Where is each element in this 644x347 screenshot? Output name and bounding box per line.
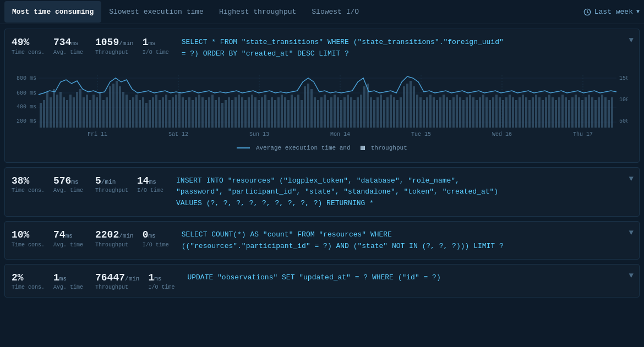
legend-square-icon (361, 146, 365, 150)
svg-rect-125 (383, 100, 385, 128)
stat-avg-time-4: 1ms Avg. time (53, 272, 86, 291)
tab-most-time-consuming[interactable]: Most time consuming (4, 1, 101, 23)
svg-rect-114 (347, 95, 349, 128)
time-filter-dropdown[interactable]: Last week ▼ (583, 8, 640, 16)
svg-rect-33 (79, 89, 81, 128)
avg-time-value-2: 576ms (53, 175, 79, 188)
avg-time-value-3: 74ms (53, 229, 73, 241)
tab-slowest-execution-time[interactable]: Slowest execution time (101, 1, 211, 23)
svg-rect-86 (254, 97, 256, 128)
svg-rect-58 (162, 97, 164, 128)
legend-throughput-label: throughput (371, 145, 407, 151)
stats-col-2: 38% Time cons. 576ms Avg. time 5/min Thr… (12, 175, 176, 194)
svg-rect-83 (244, 100, 247, 128)
svg-text:600 ms: 600 ms (17, 90, 36, 96)
svg-rect-116 (353, 100, 356, 128)
query-sql-2[interactable]: INSERT INTO "resources" ("logplex_token"… (176, 175, 632, 210)
performance-chart: 800 ms 600 ms 400 ms 200 ms 1500/min 100… (17, 70, 627, 141)
svg-rect-117 (357, 97, 359, 128)
throughput-value-2: 5/min (95, 175, 116, 188)
svg-text:Tue 15: Tue 15 (411, 131, 431, 137)
svg-rect-127 (390, 95, 392, 128)
svg-rect-144 (446, 97, 448, 128)
svg-rect-68 (195, 97, 197, 128)
svg-rect-115 (350, 97, 352, 128)
svg-rect-37 (92, 95, 95, 128)
svg-rect-99 (297, 95, 299, 128)
stat-time-cons-4: 2% Time cons. (12, 272, 45, 291)
svg-rect-61 (172, 97, 174, 128)
time-cons-label-2: Time cons. (12, 188, 45, 194)
svg-rect-165 (515, 100, 517, 128)
tab-slowest-io[interactable]: Slowest I/O (304, 1, 367, 23)
svg-rect-27 (59, 92, 62, 128)
svg-rect-162 (505, 97, 507, 128)
stat-avg-time-1: 734ms Avg. time (53, 37, 86, 56)
io-label-1: I/O time (143, 49, 169, 56)
svg-rect-82 (241, 97, 243, 128)
svg-rect-138 (426, 97, 428, 128)
svg-rect-60 (168, 100, 171, 128)
stat-io-3: 0ms I/O time (143, 229, 173, 248)
svg-rect-161 (502, 100, 504, 128)
svg-rect-190 (598, 97, 600, 128)
svg-rect-29 (66, 100, 68, 128)
svg-rect-119 (363, 86, 365, 128)
svg-rect-65 (185, 100, 187, 128)
svg-rect-188 (591, 97, 593, 128)
svg-text:Mon 14: Mon 14 (330, 131, 350, 137)
svg-rect-157 (489, 100, 491, 128)
svg-rect-39 (99, 92, 101, 128)
svg-rect-143 (443, 95, 445, 128)
svg-rect-59 (165, 95, 167, 128)
svg-rect-95 (284, 97, 286, 128)
svg-rect-31 (73, 97, 75, 128)
svg-rect-53 (145, 103, 148, 128)
svg-text:Thu 17: Thu 17 (573, 131, 593, 137)
svg-rect-160 (499, 97, 501, 128)
svg-rect-92 (274, 100, 276, 128)
stat-io-2: 14ms I/O time (137, 175, 167, 194)
query-sql-4[interactable]: UPDATE "observations" SET "updated_at" =… (187, 272, 632, 284)
svg-rect-178 (558, 97, 560, 128)
io-value-4: 1ms (148, 272, 161, 284)
svg-rect-176 (552, 97, 554, 128)
svg-rect-36 (89, 100, 91, 128)
svg-rect-179 (561, 95, 564, 128)
svg-rect-76 (221, 103, 223, 128)
io-label-3: I/O time (143, 242, 169, 248)
svg-rect-30 (69, 95, 72, 128)
svg-rect-97 (291, 95, 293, 128)
svg-line-2 (587, 12, 589, 13)
query-sql-1[interactable]: SELECT * FROM "state_transitions" WHERE … (182, 37, 632, 60)
svg-rect-106 (320, 97, 323, 128)
stat-throughput-4: 76447/min Throughput (95, 272, 139, 291)
svg-rect-88 (261, 97, 263, 128)
time-cons-value-4: 2% (12, 272, 24, 284)
svg-rect-70 (201, 97, 204, 128)
clock-icon (583, 8, 591, 16)
svg-rect-45 (119, 86, 121, 128)
svg-rect-96 (287, 100, 290, 128)
svg-rect-69 (198, 95, 200, 128)
svg-text:Fri 11: Fri 11 (88, 131, 107, 137)
svg-rect-100 (301, 100, 303, 128)
svg-rect-170 (532, 97, 534, 128)
chart-legend: Average execution time and throughput (12, 145, 632, 156)
svg-rect-177 (555, 100, 557, 128)
svg-rect-149 (462, 100, 465, 128)
query-sql-3[interactable]: SELECT COUNT(*) AS "count" FROM "resourc… (182, 229, 632, 252)
svg-text:400 ms: 400 ms (17, 104, 36, 110)
throughput-value-1: 1059/min (95, 37, 134, 49)
query-row-4: 2% Time cons. 1ms Avg. time 76447/min Th… (12, 272, 632, 291)
svg-rect-173 (542, 100, 544, 128)
legend-line-icon (237, 147, 250, 148)
svg-rect-72 (208, 97, 210, 128)
svg-rect-87 (258, 100, 260, 128)
expand-arrow-2[interactable]: ▼ (629, 174, 634, 183)
expand-arrow-3[interactable]: ▼ (629, 228, 634, 237)
expand-arrow-4[interactable]: ▼ (629, 271, 634, 280)
tab-highest-throughput[interactable]: Highest throughput (211, 1, 304, 23)
expand-arrow-1[interactable]: ▼ (629, 36, 634, 45)
svg-rect-158 (492, 97, 494, 128)
